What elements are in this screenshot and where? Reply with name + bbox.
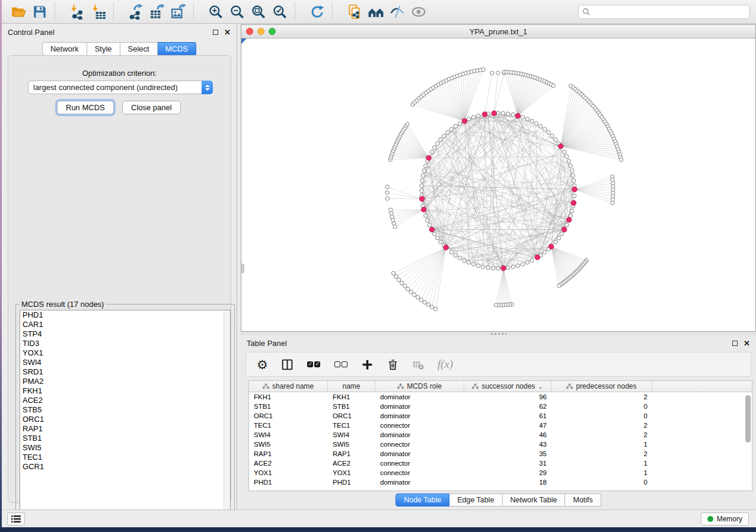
- open-file-icon[interactable]: [8, 2, 29, 22]
- zoom-in-icon[interactable]: [205, 2, 227, 22]
- column-header-shared-name[interactable]: shared name: [249, 381, 328, 392]
- table-row[interactable]: PHD1PHD1dominator180: [249, 477, 752, 487]
- table-row[interactable]: STB1STB1dominator620: [249, 402, 752, 411]
- memory-button[interactable]: Memory: [701, 512, 749, 525]
- tab-edge-table[interactable]: Edge Table: [449, 493, 502, 507]
- mcds-result-item[interactable]: SWI4: [20, 358, 230, 367]
- table-row[interactable]: SWI5SWI5connector431: [249, 440, 752, 449]
- mcds-result-item[interactable]: ORC1: [20, 415, 230, 424]
- mcds-node[interactable]: [429, 227, 434, 232]
- table-cell: 0: [551, 477, 652, 487]
- mcds-result-item[interactable]: CAR1: [20, 320, 230, 329]
- table-cell: YOX1: [328, 468, 375, 477]
- table-scrollbar-thumb[interactable]: [745, 395, 751, 443]
- close-panel-icon[interactable]: ✕: [224, 28, 231, 36]
- tab-select[interactable]: Select: [120, 42, 158, 56]
- birdseye-corner-icon[interactable]: [241, 39, 247, 44]
- close-table-panel-icon[interactable]: ✕: [744, 339, 750, 347]
- table-row[interactable]: TEC1TEC1connector472: [249, 421, 752, 430]
- zoom-fit-icon[interactable]: [248, 2, 269, 22]
- column-header-predecessor-nodes[interactable]: predecessor nodes: [551, 381, 652, 392]
- mcds-result-item[interactable]: TEC1: [20, 453, 230, 462]
- mcds-node[interactable]: [572, 187, 577, 192]
- mcds-result-item[interactable]: FKH1: [20, 386, 230, 396]
- refresh-icon[interactable]: [307, 2, 328, 22]
- table-settings-gear-icon[interactable]: ⚙: [257, 355, 268, 373]
- table-row[interactable]: FKH1FKH1dominator962: [249, 392, 752, 402]
- mcds-result-item[interactable]: ACE2: [20, 396, 230, 405]
- mcds-result-item[interactable]: TID3: [20, 339, 230, 348]
- mcds-result-item[interactable]: GCR1: [20, 462, 230, 472]
- mcds-result-item[interactable]: PMA2: [20, 377, 230, 386]
- collapsed-splitter-handle[interactable]: [241, 264, 244, 273]
- table-row[interactable]: ACE2ACE2connector311: [249, 459, 752, 468]
- zoom-out-icon[interactable]: [227, 2, 248, 22]
- mcds-result-item[interactable]: STB5: [20, 405, 230, 415]
- table-row[interactable]: YOX1YOX1connector291: [249, 468, 752, 477]
- table-row[interactable]: RAP1RAP1dominator352: [249, 449, 752, 459]
- mcds-result-item[interactable]: SRD1: [20, 367, 230, 377]
- select-all-columns-icon[interactable]: [307, 355, 321, 373]
- task-history-button[interactable]: [7, 512, 25, 525]
- mcds-node[interactable]: [444, 245, 448, 250]
- tab-node-table[interactable]: Node Table: [395, 493, 449, 507]
- mcds-result-item[interactable]: STP4: [20, 329, 230, 339]
- float-panel-icon[interactable]: [213, 30, 218, 35]
- hide-selection-icon[interactable]: [387, 2, 408, 22]
- export-network-icon[interactable]: [125, 2, 146, 22]
- mcds-node[interactable]: [571, 200, 576, 205]
- close-panel-button[interactable]: Close panel: [122, 101, 181, 114]
- first-neighbors-icon[interactable]: [365, 2, 387, 22]
- column-header-label: successor nodes: [481, 382, 535, 390]
- node-table[interactable]: shared namenameMCDS rolesuccessor nodes⌄…: [248, 380, 752, 491]
- mcds-result-item[interactable]: STB1: [20, 434, 230, 443]
- show-all-icon[interactable]: [408, 2, 429, 22]
- mcds-node[interactable]: [566, 217, 571, 222]
- import-table-icon[interactable]: [88, 2, 109, 22]
- tab-network[interactable]: Network: [42, 42, 87, 56]
- tab-network-table[interactable]: Network Table: [503, 493, 566, 507]
- column-header-MCDS-role[interactable]: MCDS role: [375, 381, 464, 392]
- mcds-result-item[interactable]: YOX1: [20, 348, 230, 358]
- mcds-node[interactable]: [482, 112, 487, 117]
- export-image-icon[interactable]: [168, 2, 189, 22]
- mcds-result-list[interactable]: PHD1CAR1STP4TID3YOX1SWI4SRD1PMA2FKH1ACE2…: [20, 310, 231, 515]
- mcds-node[interactable]: [426, 155, 431, 160]
- mcds-node[interactable]: [462, 118, 467, 123]
- add-column-icon[interactable]: [361, 355, 374, 373]
- mcds-node[interactable]: [562, 227, 567, 232]
- save-session-icon[interactable]: [29, 2, 50, 22]
- network-canvas[interactable]: [241, 39, 755, 331]
- mcds-node[interactable]: [535, 255, 540, 259]
- mcds-result-item[interactable]: RAP1: [20, 424, 230, 434]
- column-header-name[interactable]: name: [328, 381, 375, 392]
- column-header-successor-nodes[interactable]: successor nodes⌄: [464, 381, 551, 392]
- mcds-node[interactable]: [420, 197, 425, 201]
- unselect-all-columns-icon[interactable]: [334, 355, 348, 373]
- table-row[interactable]: SWI4SWI4dominator462: [249, 430, 752, 440]
- mcds-node[interactable]: [492, 111, 496, 116]
- search-input[interactable]: [578, 5, 750, 19]
- run-mcds-button[interactable]: Run MCDS: [57, 101, 114, 114]
- mcds-result-item[interactable]: SWI5: [20, 443, 230, 453]
- mcds-node[interactable]: [501, 266, 506, 271]
- table-row[interactable]: ORC1ORC1dominator610: [249, 411, 752, 421]
- mcds-node[interactable]: [559, 144, 563, 149]
- float-table-panel-icon[interactable]: [732, 341, 738, 346]
- network-window-titlebar[interactable]: YPA_prune.txt_1: [241, 25, 755, 39]
- import-network-icon[interactable]: [66, 2, 88, 22]
- tab-mcds[interactable]: MCDS: [158, 42, 196, 56]
- zoom-selected-icon[interactable]: [269, 2, 291, 22]
- mcds-result-item[interactable]: PHD1: [20, 310, 230, 320]
- mcds-node[interactable]: [515, 113, 520, 118]
- tab-motifs[interactable]: Motifs: [565, 493, 601, 507]
- optimization-criterion-select[interactable]: largest connected component (undirected): [28, 81, 213, 94]
- column-layout-icon[interactable]: [281, 355, 294, 373]
- mcds-list-scrollbar[interactable]: [224, 310, 230, 514]
- tab-style[interactable]: Style: [87, 42, 120, 56]
- mcds-node[interactable]: [548, 244, 553, 249]
- share-document-icon[interactable]: [344, 2, 365, 22]
- export-table-icon[interactable]: [146, 2, 168, 22]
- delete-columns-icon[interactable]: [387, 355, 399, 373]
- mcds-node[interactable]: [422, 207, 426, 212]
